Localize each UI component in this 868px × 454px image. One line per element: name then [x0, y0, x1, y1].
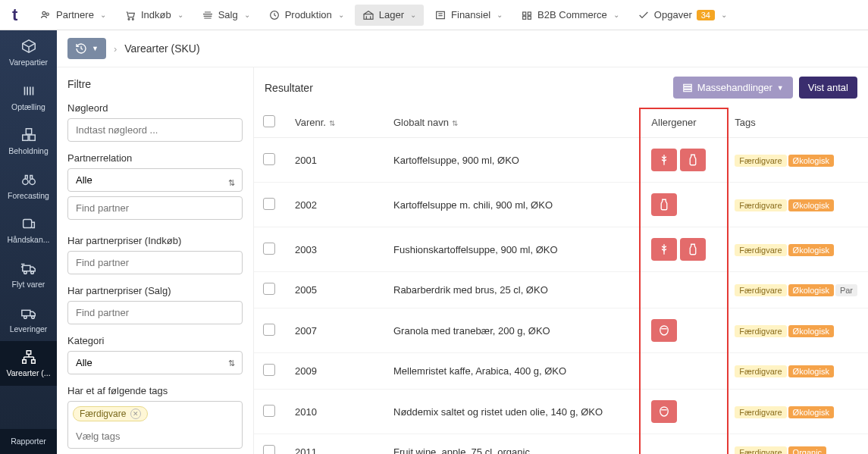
- category-select[interactable]: Alle: [67, 351, 243, 374]
- nav-icon: [268, 9, 280, 21]
- select-all-checkbox[interactable]: [263, 115, 275, 127]
- svg-point-32: [31, 315, 34, 318]
- count-button[interactable]: Vist antal: [799, 77, 857, 99]
- tags-input[interactable]: [70, 426, 240, 446]
- svg-rect-21: [26, 129, 31, 134]
- svg-rect-35: [31, 360, 35, 364]
- tag-pill: Økologisk: [788, 155, 834, 167]
- history-button[interactable]: ▼: [67, 38, 106, 59]
- filters-title: Filtre: [67, 78, 243, 90]
- prices-sale-input[interactable]: [67, 301, 243, 324]
- row-checkbox[interactable]: [263, 324, 275, 336]
- prices-sale-label: Har partnerpriser (Salg): [67, 285, 243, 296]
- col-allergener[interactable]: Allergener: [642, 108, 725, 138]
- prices-purchase-label: Har partnerpriser (Indkøb): [67, 235, 243, 246]
- nav-icon: [202, 9, 214, 21]
- sidebar-item-rapporter[interactable]: Rapporter: [0, 429, 57, 454]
- sidebar-item-flyt-varer[interactable]: Flyt varer: [0, 252, 57, 297]
- col-varenr[interactable]: Varenr.⇅: [286, 108, 384, 138]
- tags-input-container[interactable]: Færdigvare ✕: [67, 401, 243, 449]
- sidebar-item-leveringer[interactable]: Leveringer: [0, 297, 57, 342]
- svg-rect-8: [437, 11, 445, 18]
- svg-rect-13: [523, 16, 526, 19]
- partner-relation-label: Partnerrelation: [67, 152, 243, 164]
- nav-item-partnere[interactable]: Partnere⌄: [32, 5, 114, 26]
- keyword-input[interactable]: [67, 118, 243, 142]
- row-checkbox[interactable]: [263, 243, 275, 255]
- cell-tags: FærdigvareØkologiskPar: [725, 272, 868, 308]
- results-table: Varenr.⇅ Globalt navn⇅ Allergener Tags 2…: [254, 108, 868, 454]
- nav-item-opgaver[interactable]: Opgaver34⌄: [630, 5, 735, 26]
- svg-point-26: [24, 271, 27, 274]
- truck-fast-icon: [20, 260, 37, 277]
- cell-name: Granola med tranebær, 200 g, ØKO: [384, 308, 642, 353]
- sidebar-item-label: Håndskan...: [3, 235, 54, 245]
- nav-item-produktion[interactable]: Produktion⌄: [261, 5, 352, 26]
- chevron-down-icon: ⌄: [410, 11, 416, 19]
- table-row: 2007 Granola med tranebær, 200 g, ØKO Fæ…: [254, 308, 868, 353]
- sidebar-item-opt-lling[interactable]: Optælling: [0, 75, 57, 120]
- cell-name: Kartoffelsuppe m. chili, 900 ml, ØKO: [384, 183, 642, 227]
- sidebar-item-label: Leveringer: [3, 324, 54, 334]
- nav-item-b2b-commerce[interactable]: B2B Commerce⌄: [513, 5, 627, 26]
- nav-icon: [434, 9, 447, 21]
- cell-allergens: [642, 353, 725, 390]
- sort-icon: ⇅: [452, 119, 458, 127]
- chevron-down-icon: ⌄: [100, 11, 106, 19]
- cell-name: Mellemristet kaffe, Arabica, 400 g, ØKO: [384, 353, 642, 390]
- sidebar-item-h-ndskan-[interactable]: Håndskan...: [0, 208, 57, 252]
- nav-label: B2B Commerce: [537, 9, 607, 20]
- allergen-wheat-icon: [651, 238, 677, 261]
- prices-purchase-input[interactable]: [67, 251, 243, 274]
- row-checkbox[interactable]: [263, 283, 275, 295]
- col-global-name[interactable]: Globalt navn⇅: [384, 108, 642, 138]
- svg-rect-25: [22, 265, 30, 271]
- allergen-milk-icon: [651, 193, 677, 216]
- svg-point-22: [22, 179, 27, 184]
- sidebar-item-forecasting[interactable]: Forecasting: [0, 164, 57, 208]
- cell-name: Nøddemix saltet og ristet uden olie, 140…: [384, 390, 642, 434]
- svg-point-27: [30, 271, 33, 274]
- results-panel: Resultater Massehandlinger ▼ Vist antal: [254, 67, 868, 454]
- svg-point-1: [46, 13, 49, 15]
- cell-tags: FærdigvareØkologisk: [725, 353, 868, 390]
- sidebar-item-beholdning[interactable]: Beholdning: [0, 119, 57, 164]
- svg-point-2: [128, 18, 130, 20]
- col-tags[interactable]: Tags: [725, 108, 868, 138]
- mass-actions-button[interactable]: Massehandlinger ▼: [673, 77, 793, 99]
- tag-pill: Økologisk: [788, 284, 834, 296]
- allergen-milk-icon: [680, 238, 706, 261]
- breadcrumb-bar: ▼ › Varearter (SKU): [57, 30, 868, 67]
- partner-relation-select[interactable]: Alle: [67, 168, 243, 192]
- nav-item-salg[interactable]: Salg⌄: [194, 5, 258, 26]
- nav-item-lager[interactable]: Lager⌄: [355, 5, 424, 26]
- tag-pill: Par: [835, 284, 857, 296]
- row-checkbox[interactable]: [263, 153, 275, 165]
- tag-pill: Økologisk: [788, 244, 834, 256]
- sidebar-item-varearter-[interactable]: Varearter (...: [0, 341, 57, 386]
- svg-rect-11: [523, 12, 526, 15]
- svg-point-31: [24, 315, 27, 318]
- tag-pill: Færdigvare: [735, 199, 786, 211]
- svg-rect-19: [22, 135, 27, 140]
- cell-varenr: 2009: [286, 353, 384, 390]
- cell-allergens: [642, 138, 725, 183]
- row-checkbox[interactable]: [263, 364, 275, 376]
- tag-chip-remove-icon[interactable]: ✕: [130, 409, 141, 419]
- tag-pill: Færdigvare: [735, 406, 786, 418]
- tag-pill: Færdigvare: [735, 446, 786, 454]
- nav-label: Salg: [218, 9, 238, 20]
- sort-icon: ⇅: [329, 119, 335, 127]
- cell-varenr: 2011: [286, 434, 384, 455]
- cell-varenr: 2003: [286, 227, 384, 272]
- sidebar-item-varepartier[interactable]: Varepartier: [0, 30, 57, 75]
- nav-item-finansiel[interactable]: Finansiel⌄: [427, 5, 510, 26]
- box-icon: [20, 38, 37, 55]
- tag-pill: Færdigvare: [735, 244, 786, 256]
- table-row: 2003 Fushionskartoffelsuppe, 900 ml, ØKO…: [254, 227, 868, 272]
- partner-relation-search[interactable]: [67, 196, 243, 220]
- row-checkbox[interactable]: [263, 198, 275, 210]
- row-checkbox[interactable]: [263, 445, 275, 454]
- nav-item-indkøb[interactable]: Indkøb⌄: [117, 5, 191, 26]
- row-checkbox[interactable]: [263, 405, 275, 417]
